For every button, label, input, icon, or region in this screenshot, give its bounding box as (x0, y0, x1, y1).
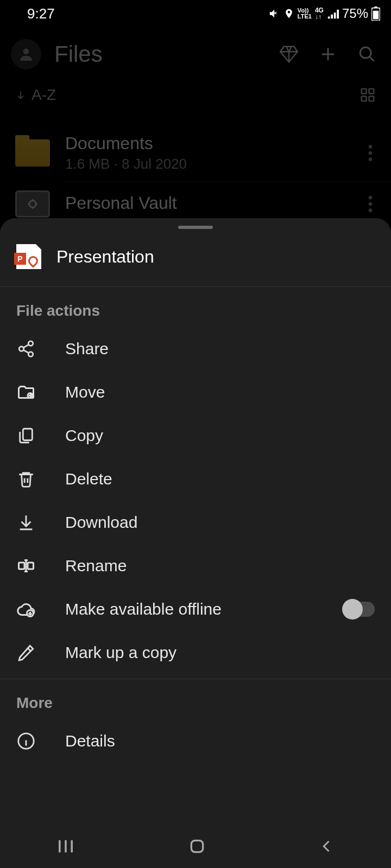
premium-button[interactable] (276, 41, 302, 67)
svg-rect-25 (191, 840, 203, 852)
action-label: Rename (65, 557, 375, 575)
svg-rect-22 (28, 563, 34, 569)
svg-point-4 (360, 47, 371, 58)
svg-rect-5 (362, 89, 367, 94)
more-vertical-icon (368, 145, 373, 161)
sheet-title: Presentation (56, 247, 154, 267)
rename-icon (16, 556, 36, 576)
signal-icon (327, 8, 339, 20)
svg-point-14 (369, 202, 373, 206)
grid-icon (360, 87, 376, 103)
folder-icon (15, 139, 50, 167)
svg-point-11 (369, 157, 373, 161)
search-button[interactable] (354, 41, 380, 67)
action-details[interactable]: Details (0, 719, 391, 763)
copy-icon (17, 426, 35, 445)
back-icon (319, 839, 335, 854)
trash-icon (17, 470, 35, 488)
file-name: Documents (65, 133, 350, 154)
action-download[interactable]: Download (0, 501, 391, 544)
add-button[interactable] (315, 41, 341, 67)
svg-point-10 (369, 151, 373, 155)
svg-point-3 (23, 48, 29, 54)
file-row[interactable]: Documents 1.6 MB · 8 Jul 2020 (0, 125, 391, 181)
action-label: Delete (65, 470, 375, 488)
file-meta: 1.6 MB · 8 Jul 2020 (65, 156, 350, 173)
bottom-sheet: P Presentation File actions Share Move C… (0, 218, 391, 868)
home-icon (188, 838, 206, 855)
svg-point-13 (369, 196, 373, 200)
sort-row: A-Z (0, 81, 391, 108)
action-label: Download (65, 513, 375, 532)
svg-point-15 (369, 208, 373, 212)
action-label: Mark up a copy (65, 643, 375, 662)
arrow-down-icon (15, 90, 26, 100)
svg-point-16 (28, 341, 33, 346)
plus-icon (319, 45, 337, 63)
status-bar: 9:27 Vo))LTE1 4G↓↑ 75% (0, 0, 391, 27)
action-share[interactable]: Share (0, 327, 391, 371)
svg-point-12 (29, 201, 36, 208)
svg-rect-7 (362, 97, 367, 101)
battery-text: 75% (342, 6, 368, 21)
action-move[interactable]: Move (0, 371, 391, 414)
action-label: Details (65, 732, 375, 750)
pencil-icon (17, 643, 35, 662)
action-rename[interactable]: Rename (0, 544, 391, 588)
avatar[interactable] (11, 39, 41, 69)
nav-back-button[interactable] (319, 839, 335, 854)
svg-rect-2 (374, 7, 377, 8)
section-label-more: More (0, 679, 391, 719)
person-icon (17, 46, 35, 63)
download-icon (17, 513, 35, 532)
action-offline[interactable]: Make available offline (0, 588, 391, 631)
status-icons: Vo))LTE1 4G↓↑ 75% (268, 6, 380, 21)
more-vertical-icon (368, 196, 373, 212)
powerpoint-icon: P (16, 244, 41, 269)
action-copy[interactable]: Copy (0, 414, 391, 457)
battery-icon (371, 7, 380, 21)
svg-rect-1 (373, 11, 379, 20)
action-label: Share (65, 340, 375, 358)
section-label-actions: File actions (0, 287, 391, 327)
action-label: Move (65, 383, 375, 401)
recents-icon (56, 839, 75, 854)
search-icon (358, 45, 376, 63)
volume-mute-icon (268, 8, 280, 20)
svg-point-17 (19, 347, 24, 352)
action-markup[interactable]: Mark up a copy (0, 631, 391, 674)
row-more-button[interactable] (365, 196, 376, 212)
cloud-download-icon (16, 599, 36, 620)
status-time: 9:27 (11, 5, 55, 22)
diamond-icon (279, 44, 299, 65)
navigation-bar (0, 825, 391, 868)
info-icon (17, 732, 35, 750)
svg-rect-20 (23, 429, 32, 440)
volte-indicator: Vo))LTE1 (298, 8, 312, 20)
svg-point-9 (369, 145, 373, 149)
svg-rect-6 (369, 89, 374, 94)
app-header: Files (0, 27, 391, 81)
nav-home-button[interactable] (188, 838, 206, 855)
view-toggle-button[interactable] (360, 87, 376, 103)
sort-label: A-Z (31, 86, 56, 104)
sheet-header: P Presentation (0, 229, 391, 286)
svg-point-18 (28, 352, 33, 357)
move-icon (16, 382, 36, 402)
file-name: Personal Vault (65, 193, 350, 213)
vault-icon (15, 190, 50, 218)
row-more-button[interactable] (365, 145, 376, 161)
svg-rect-8 (369, 97, 374, 101)
network-4g-indicator: 4G↓↑ (315, 7, 324, 20)
app-title: Files (54, 41, 263, 67)
nav-recents-button[interactable] (56, 839, 75, 854)
sort-button[interactable]: A-Z (15, 86, 56, 104)
location-icon (283, 8, 294, 19)
svg-rect-21 (19, 563, 25, 569)
offline-toggle[interactable] (343, 602, 375, 617)
action-delete[interactable]: Delete (0, 457, 391, 501)
share-icon (17, 340, 35, 358)
action-label: Copy (65, 426, 375, 445)
action-label: Make available offline (65, 600, 314, 618)
